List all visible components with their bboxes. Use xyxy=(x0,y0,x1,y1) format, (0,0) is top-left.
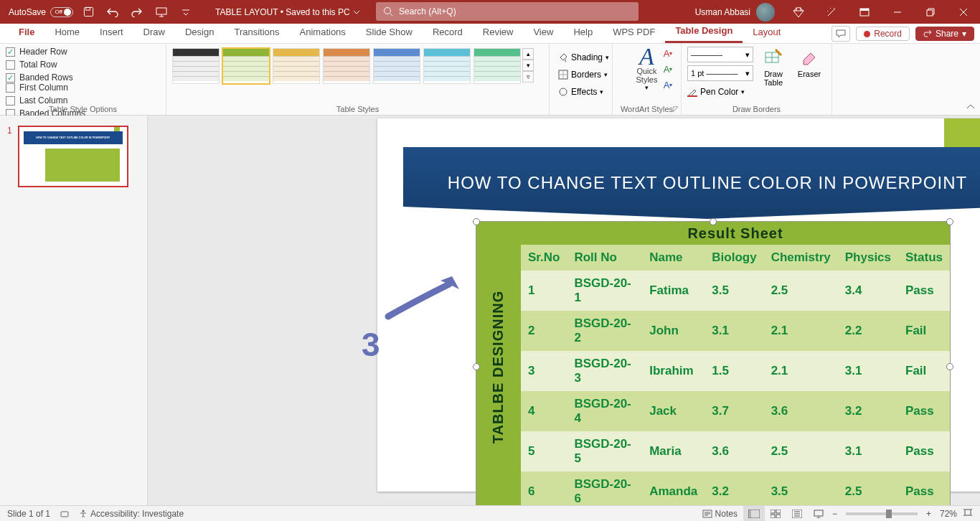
table-cell[interactable]: Fail xyxy=(898,351,950,391)
text-outline-button[interactable]: A▾ xyxy=(658,62,678,75)
tab-table-design[interactable]: Table Design xyxy=(665,23,743,43)
table-row[interactable]: 3BSGD-20-3Ibrahim1.52.13.1Fail xyxy=(521,351,950,391)
table-cell[interactable]: 3.6 xyxy=(764,391,838,431)
tab-home[interactable]: Home xyxy=(44,23,90,43)
normal-view-icon[interactable] xyxy=(743,506,765,522)
present-icon[interactable] xyxy=(152,0,171,24)
table-cell[interactable]: 2.1 xyxy=(764,351,838,391)
result-table[interactable]: TABLBE DESIGNING Result Sheet Sr.NoRoll … xyxy=(476,222,950,505)
table-cell[interactable]: 3 xyxy=(521,351,567,391)
slideshow-view-icon[interactable] xyxy=(808,506,829,522)
table-cell[interactable]: 5 xyxy=(521,431,567,471)
record-button[interactable]: Record xyxy=(856,27,910,41)
text-effects-button[interactable]: A▾ xyxy=(658,78,678,91)
table-cell[interactable]: 3.4 xyxy=(838,271,898,311)
table-cell[interactable]: Ibrahim xyxy=(642,351,705,391)
table-cell[interactable]: 2.5 xyxy=(764,431,838,471)
slide-sorter-view-icon[interactable] xyxy=(765,506,786,522)
table-cell[interactable]: BSGD-20-5 xyxy=(567,431,642,471)
table-style-thumb[interactable] xyxy=(172,48,220,84)
table-cell[interactable]: John xyxy=(642,311,705,351)
table-style-thumb[interactable] xyxy=(373,48,420,84)
tab-wpspdf[interactable]: WPS PDF xyxy=(603,23,665,43)
table-cell[interactable]: 3.5 xyxy=(705,271,763,311)
table-cell[interactable]: 2.2 xyxy=(838,311,898,351)
zoom-out-button[interactable]: − xyxy=(829,509,840,519)
slide-canvas[interactable]: HOW TO CHANGE TEXT OUTLINE COLOR IN POWE… xyxy=(148,116,980,505)
table-header-cell[interactable]: Chemistry xyxy=(764,245,838,271)
table-cell[interactable]: 3.7 xyxy=(705,391,763,431)
gallery-scroll-down[interactable]: ▾ xyxy=(522,60,534,71)
table-style-thumb[interactable] xyxy=(273,48,320,84)
table-cell[interactable]: BSGD-20-6 xyxy=(567,471,642,505)
table-row[interactable]: 6BSGD-20-6Amanda3.23.52.5Pass xyxy=(521,471,950,505)
zoom-in-button[interactable]: + xyxy=(923,509,934,519)
accessibility-button[interactable]: Accessibility: Investigate xyxy=(79,509,184,519)
table-header-cell[interactable]: Roll No xyxy=(567,245,642,271)
table-cell[interactable]: BSGD-20-2 xyxy=(567,311,642,351)
table-cell[interactable]: 1 xyxy=(521,271,567,311)
table-cell[interactable]: 3.2 xyxy=(705,471,763,505)
minimize-icon[interactable] xyxy=(881,0,914,24)
check-last-column[interactable]: Last Column xyxy=(6,95,86,105)
table-cell[interactable]: 2 xyxy=(521,311,567,351)
redo-icon[interactable] xyxy=(128,0,146,24)
customize-qat-icon[interactable] xyxy=(176,0,195,24)
document-title[interactable]: TABLE LAYOUT • Saved to this PC xyxy=(215,7,360,17)
check-first-column[interactable]: First Column xyxy=(6,83,86,93)
tab-draw[interactable]: Draw xyxy=(133,23,175,43)
close-icon[interactable] xyxy=(947,0,980,24)
comments-button[interactable] xyxy=(831,26,850,42)
tab-view[interactable]: View xyxy=(523,23,563,43)
maximize-icon[interactable] xyxy=(914,0,947,24)
zoom-slider[interactable] xyxy=(846,512,918,515)
table-style-thumb[interactable] xyxy=(222,48,270,84)
table-cell[interactable]: 3.1 xyxy=(838,431,898,471)
notes-button[interactable]: Notes xyxy=(702,509,738,519)
language-button[interactable] xyxy=(60,510,69,518)
ribbon-display-icon[interactable] xyxy=(848,0,881,24)
tab-insert[interactable]: Insert xyxy=(90,23,133,43)
table-cell[interactable]: 6 xyxy=(521,471,567,505)
pen-style-select[interactable]: ————▾ xyxy=(687,47,753,62)
table-cell[interactable]: Jack xyxy=(642,391,705,431)
table-cell[interactable]: 3.6 xyxy=(705,431,763,471)
table-style-thumb[interactable] xyxy=(473,48,521,84)
autosave-toggle[interactable]: AutoSave Off xyxy=(9,7,73,17)
table-cell[interactable]: 2.1 xyxy=(764,311,838,351)
pen-color-button[interactable]: Pen Color▾ xyxy=(687,84,753,100)
table-cell[interactable]: Amanda xyxy=(642,471,705,505)
slide-thumbnail-1[interactable]: HOW TO CHANGE TEXT OUTLINE COLOR IN POWE… xyxy=(18,126,128,187)
table-cell[interactable]: Fail xyxy=(898,311,950,351)
table-header-cell[interactable]: Sr.No xyxy=(521,245,567,271)
table-cell[interactable]: Pass xyxy=(898,471,950,505)
table-style-thumb[interactable] xyxy=(423,48,471,84)
tab-animations[interactable]: Animations xyxy=(290,23,356,43)
save-icon[interactable] xyxy=(79,0,98,24)
wordart-launcher-icon[interactable]: ◸ xyxy=(673,105,679,113)
table-cell[interactable]: Maria xyxy=(642,431,705,471)
table-header-cell[interactable]: Status xyxy=(898,245,950,271)
table-cell[interactable]: Pass xyxy=(898,391,950,431)
check-banded-rows[interactable]: ✓Banded Rows xyxy=(6,72,86,83)
table-cell[interactable]: 3.5 xyxy=(764,471,838,505)
table-cell[interactable]: 4 xyxy=(521,391,567,431)
reading-view-icon[interactable] xyxy=(786,506,808,522)
table-cell[interactable]: 1.5 xyxy=(705,351,763,391)
fit-to-window-icon[interactable] xyxy=(963,508,973,519)
table-row[interactable]: 2BSGD-20-2John3.12.12.2Fail xyxy=(521,311,950,351)
table-row[interactable]: 4BSGD-20-4Jack3.73.63.2Pass xyxy=(521,391,950,431)
table-cell[interactable]: 2.5 xyxy=(764,271,838,311)
tab-file[interactable]: File xyxy=(9,23,44,43)
tab-layout[interactable]: Layout xyxy=(743,23,791,43)
tab-slideshow[interactable]: Slide Show xyxy=(356,23,423,43)
effects-button[interactable]: Effects▾ xyxy=(558,84,613,100)
zoom-level[interactable]: 72% xyxy=(940,509,957,519)
tab-review[interactable]: Review xyxy=(473,23,524,43)
table-cell[interactable]: 3.2 xyxy=(838,391,898,431)
borders-button[interactable]: Borders▾ xyxy=(558,67,613,83)
gallery-more[interactable]: ▿ xyxy=(522,71,534,83)
table-cell[interactable]: Fatima xyxy=(642,271,705,311)
table-cell[interactable]: BSGD-20-3 xyxy=(567,351,642,391)
shading-button[interactable]: Shading▾ xyxy=(558,50,613,65)
